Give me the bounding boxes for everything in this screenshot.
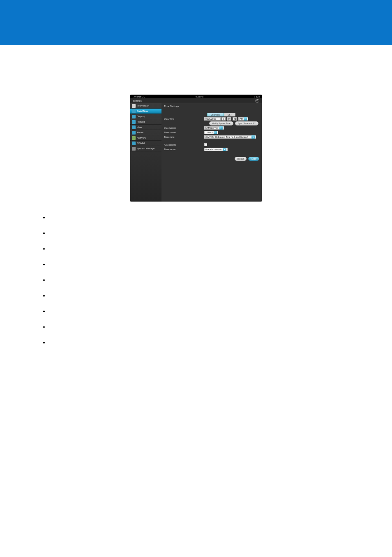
ampm-value: PM [240,118,243,120]
label-date-format: Date format [164,127,204,129]
time-settings-form: Date/Time 08/26/2015 2 : 59 : 43 PM ▾ Mo… [164,116,259,151]
sidebar-item-label: User [137,126,142,128]
apply-button[interactable]: Apply [248,157,259,161]
row-date-format: Date format MM/DD/YYYY ▾ [164,125,259,130]
sidebar-item-label: Display [137,115,145,118]
tab-dst[interactable]: DST [224,113,235,116]
list-item [49,261,392,267]
label-time-format: Time format [164,131,204,134]
settings-panel: Time Settings Date/Time DST Date/Time 08… [161,103,262,202]
sync-time-with-pc-button[interactable]: Sync. Time with PC [235,121,258,125]
comm-icon [132,142,136,145]
row-auto-update: Auto update [164,142,259,147]
list-item [49,339,392,345]
row-time-zone: Time zone (GMT-05: 00) Eastern Time (U.S… [164,135,259,139]
list-item [49,214,392,220]
modify-system-time-button[interactable]: Modify System Time [209,121,233,125]
time-zone-value: (GMT-05: 00) Eastern Time (U.S. and Cana… [205,136,251,138]
row-datetime: Date/Time 08/26/2015 2 : 59 : 43 PM ▾ [164,116,259,121]
sidebar-item-label: System Manage [137,147,154,150]
chevron-down-icon: ▾ [251,135,255,139]
time-zone-select[interactable]: (GMT-05: 00) Eastern Time (U.S. and Cana… [204,135,256,139]
monitor-icon [132,104,136,108]
display-icon [132,115,136,118]
tools-icon [132,147,136,151]
sidebar-item-label: Alarm [137,131,143,134]
settings-screenshot: ... Verizon LTE 9:38 PM ✈ 61% Settings I… [130,95,262,202]
record-icon [132,120,136,124]
sidebar-item-datetime[interactable]: Date/Time [130,109,161,114]
sidebar-item-label: Network [137,137,146,139]
list-item [49,245,392,251]
sidebar-item-label: Record [137,121,145,123]
sidebar-item-alarm[interactable]: Alarm [130,130,161,135]
refresh-icon[interactable] [255,99,259,103]
ios-statusbar: ... Verizon LTE 9:38 PM ✈ 61% [130,95,262,98]
battery-label: ✈ 61% [254,95,260,98]
auto-update-checkbox[interactable] [204,143,207,146]
sidebar-item-comm[interactable]: COMM [130,141,161,146]
clock-icon [132,109,136,113]
row-time-format: Time format 12 Hour ▾ [164,130,259,135]
window-titlebar: Settings [130,98,262,103]
ampm-select[interactable]: PM ▾ [238,117,248,121]
network-icon [132,136,136,140]
sidebar-item-information[interactable]: Information [130,103,161,109]
page-header-band [0,0,392,45]
tab-datetime[interactable]: Date/Time [207,113,224,116]
panel-title: Time Settings [161,103,262,108]
list-item [49,323,392,329]
date-format-value: MM/DD/YYYY [205,127,219,129]
hour-input[interactable]: 2 [221,117,226,121]
second-input[interactable]: 43 [233,117,237,121]
colon: : [226,118,227,120]
default-button[interactable]: Default [235,157,247,161]
settings-tabs: Date/Time DST [207,113,235,116]
clock-label: 9:38 PM [196,95,203,98]
sidebar-item-network[interactable]: Network [130,135,161,141]
time-server-select[interactable]: time.windows.com ▾ [204,148,228,151]
date-format-select[interactable]: MM/DD/YYYY ▾ [204,126,224,130]
sidebar-item-user[interactable]: User [130,125,161,130]
time-format-value: 12 Hour [205,131,213,134]
panel-actions: Default Apply [233,157,259,161]
label-time-zone: Time zone [164,136,204,138]
list-item [49,230,392,235]
list-item [49,308,392,313]
sidebar-item-display[interactable]: Display [130,114,161,119]
label-time-server: Time server [164,148,204,151]
settings-sidebar: Information Date/Time Display Record Use… [130,103,161,202]
sidebar-item-label: Information [137,104,149,107]
time-server-value: time.windows.com [205,148,222,151]
chevron-down-icon: ▾ [219,126,223,130]
sidebar-item-system-manage[interactable]: System Manage [130,146,161,151]
label-auto-update: Auto update [164,144,204,146]
list-item [49,292,392,298]
chevron-down-icon: ▾ [214,131,217,134]
time-format-select[interactable]: 12 Hour ▾ [204,131,218,134]
carrier-label: ... Verizon LTE [132,95,145,98]
list-item [49,276,392,282]
back-button[interactable]: Settings [133,100,142,102]
date-input[interactable]: 08/26/2015 [204,117,221,121]
label-datetime: Date/Time [164,118,204,120]
colon: : [232,118,233,120]
chevron-down-icon: ▾ [223,148,226,151]
minute-input[interactable]: 59 [227,117,231,121]
user-icon [132,125,136,129]
alarm-icon [132,131,136,135]
sidebar-item-label: COMM [137,142,145,144]
sidebar-item-label: Date/Time [137,110,148,112]
figure-container: ... Verizon LTE 9:38 PM ✈ 61% Settings I… [0,95,392,202]
bullet-list [49,214,392,345]
row-time-server: Time server time.windows.com ▾ [164,147,259,151]
chevron-down-icon: ▾ [244,117,247,121]
sidebar-item-record[interactable]: Record [130,119,161,125]
row-modify-sync: Modify System Time Sync. Time with PC [164,121,259,125]
